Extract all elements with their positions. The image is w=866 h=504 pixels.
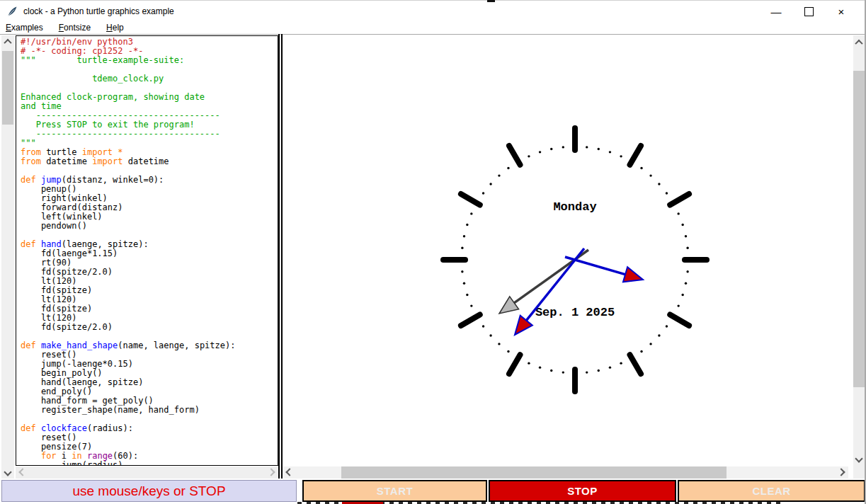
minute-dot [686, 270, 688, 273]
minute-dot [598, 370, 600, 372]
minute-dot [507, 350, 509, 353]
minute-dot [609, 151, 611, 153]
minute-dot [466, 224, 468, 226]
minimize-button[interactable]: — [760, 1, 792, 22]
clear-button[interactable]: CLEAR [678, 480, 865, 502]
menu-fontsize[interactable]: Fontsize [59, 23, 91, 33]
minute-dot [550, 370, 552, 372]
minute-dot [498, 174, 500, 176]
menu-help[interactable]: Help [106, 23, 124, 33]
minute-dot [598, 148, 600, 150]
minute-dot [482, 192, 484, 194]
minute-dot [681, 294, 683, 296]
chevron-up-icon [4, 39, 11, 47]
minute-dot [528, 362, 530, 364]
chevron-down-icon [4, 468, 11, 476]
minute-dot [461, 270, 463, 273]
code-editor[interactable]: #!/usr/bin/env python3# -*- coding: cp12… [16, 35, 278, 466]
start-button[interactable]: START [302, 480, 487, 502]
hour-mark [630, 355, 642, 374]
background-window-sliver [487, 0, 495, 2]
minute-dot [539, 366, 541, 368]
minute-dot [562, 146, 564, 148]
minute-dot [685, 282, 687, 285]
chevron-left-icon [18, 468, 26, 476]
chevron-left-icon [285, 468, 293, 476]
minute-dot [677, 212, 679, 214]
minute-dot [640, 167, 642, 169]
minute-dot [539, 151, 541, 153]
app-window: clock - a Python turtle graphics example… [0, 0, 866, 504]
scrollbar-thumb[interactable] [341, 466, 727, 479]
stop-button[interactable]: STOP [489, 480, 676, 502]
chevron-right-icon [837, 468, 845, 476]
code-vertical-scrollbar[interactable] [1, 35, 14, 479]
minute-dot [620, 362, 622, 364]
maximize-button[interactable] [792, 1, 825, 22]
minute-dot [586, 371, 588, 373]
menu-examples[interactable]: Examples [6, 23, 43, 33]
minute-dot [461, 247, 463, 249]
minute-dot [482, 325, 484, 327]
chevron-down-icon [855, 454, 862, 462]
scroll-down-arrow[interactable] [853, 453, 865, 464]
clock-day-text: Monday [553, 200, 596, 214]
clock-drawing: MondaySep. 1 2025 [283, 35, 853, 466]
code-line: from datetime import datetime [21, 157, 278, 166]
chevron-up-icon [855, 40, 862, 47]
control-bar: use mouse/keys or STOP START STOP CLEAR [0, 480, 865, 502]
minute-dot [550, 148, 552, 150]
menu-separator [0, 34, 865, 35]
minute-dot [658, 334, 660, 336]
minute-dot [649, 343, 651, 345]
clock-date-text: Sep. 1 2025 [535, 306, 615, 319]
code-line: register_shape(name, hand_form) [21, 406, 278, 415]
minute-dot [528, 155, 530, 157]
minute-dot [489, 183, 491, 185]
minute-dot [498, 343, 500, 345]
code-line: jump(radius) [21, 461, 278, 466]
hour-mark [461, 315, 480, 326]
scroll-down-arrow[interactable] [2, 466, 13, 478]
hour-mark [630, 146, 642, 165]
pane-divider [278, 34, 280, 479]
canvas-vertical-scrollbar[interactable] [853, 35, 865, 479]
minute-dot [463, 235, 465, 237]
minute-dot [489, 334, 491, 336]
blue-short-hand-arrowhead [623, 267, 643, 282]
title-bar[interactable]: clock - a Python turtle graphics example… [0, 0, 865, 22]
minute-dot [470, 212, 472, 214]
scrollbar-thumb[interactable] [853, 71, 865, 387]
window-title: clock - a Python turtle graphics example [23, 6, 174, 16]
minute-dot [507, 167, 509, 169]
scroll-up-arrow[interactable] [2, 36, 13, 47]
hour-mark [509, 355, 520, 374]
python-feather-icon [6, 6, 18, 18]
hour-mark [509, 146, 520, 165]
minute-dot [609, 366, 611, 368]
scroll-right-arrow[interactable] [836, 466, 847, 478]
scroll-right-arrow[interactable] [266, 466, 277, 478]
scroll-left-arrow[interactable] [17, 466, 28, 478]
minute-dot [470, 304, 472, 307]
minute-dot [685, 235, 687, 237]
window-controls: — × [760, 1, 858, 22]
turtle-canvas[interactable]: MondaySep. 1 2025 [283, 35, 853, 466]
minute-dot [658, 183, 660, 185]
minute-dot [677, 304, 679, 307]
scroll-left-arrow[interactable] [284, 466, 295, 478]
minute-dot [463, 282, 465, 285]
hour-mark [670, 315, 689, 326]
close-button[interactable]: × [825, 1, 858, 22]
hour-mark [461, 194, 480, 205]
menu-bar: Examples Fontsize Help [0, 21, 866, 34]
code-horizontal-scrollbar[interactable] [16, 466, 278, 479]
minute-dot [640, 350, 642, 353]
code-line: fd(spitze/2.0) [21, 323, 278, 332]
scrollbar-thumb[interactable] [2, 51, 13, 125]
hour-mark [670, 194, 689, 205]
canvas-horizontal-scrollbar[interactable] [283, 466, 848, 479]
scroll-up-arrow[interactable] [853, 37, 865, 48]
minute-dot [562, 371, 564, 373]
code-line: pendown() [21, 222, 278, 231]
